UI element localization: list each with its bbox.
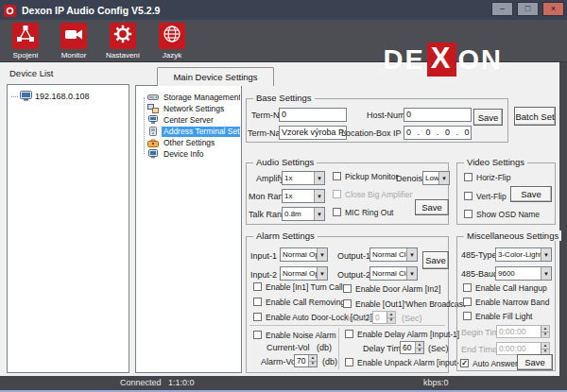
dropdown-arrow-icon[interactable]: ▼ [406, 248, 417, 261]
checkbox-box[interactable] [463, 298, 472, 306]
term-name-input[interactable]: Vzorek výroba PoE + a [279, 126, 347, 140]
amplify-select[interactable]: 1x ▼ [282, 171, 325, 185]
checkbox-box[interactable] [333, 208, 341, 216]
nav-item-center-server[interactable]: Center Server [138, 114, 240, 126]
dropdown-arrow-icon[interactable]: ▼ [438, 172, 449, 184]
dropdown-arrow-icon[interactable]: ▼ [314, 208, 324, 220]
nav-item-storage-management[interactable]: Storage Management [138, 92, 240, 103]
dropdown-arrow-icon[interactable]: ▼ [317, 267, 327, 280]
checkbox-box[interactable] [345, 358, 353, 366]
dropdown-arrow-icon[interactable]: ▼ [314, 190, 324, 202]
toolbar: Spojení Monitor Nastavení Jazyk DEXON [0, 20, 567, 62]
dropdown-arrow-icon[interactable]: ▼ [406, 267, 417, 280]
checkbox-box[interactable] [343, 284, 352, 293]
dropdown-arrow-icon[interactable]: ▼ [541, 267, 551, 280]
batch-set-button[interactable]: Batch Set [514, 107, 556, 126]
checkbox-box[interactable]: ✓ [460, 359, 469, 367]
base-save-button[interactable]: Save [473, 109, 503, 126]
input1-select[interactable]: Normal Open ▼ [280, 247, 328, 262]
show-osd-name-checkbox[interactable]: Show OSD Name [464, 210, 540, 219]
output1-label: Output-1 [337, 251, 370, 261]
enable-delay-alarm-checkbox[interactable]: Enable Delay Alarm [Input-1] [345, 330, 459, 339]
485-baud-select[interactable]: 9600 ▼ [495, 266, 552, 281]
nav-item-address-terminal-settings[interactable]: Address Terminal Settings [138, 126, 240, 137]
nav-item-network-settings[interactable]: Network Settings [138, 103, 240, 114]
mon-range-select[interactable]: 1x ▼ [282, 189, 325, 203]
logo-x-mark: X [427, 43, 456, 77]
auto-answer-checkbox[interactable]: ✓Auto Answer [460, 359, 518, 368]
checkbox-box[interactable] [345, 330, 353, 338]
dropdown-arrow-icon[interactable]: ▼ [541, 248, 551, 261]
pickup-monitor-checkbox[interactable]: Pickup Monitor [333, 172, 398, 181]
nav-item-other-settings[interactable]: Other Settings [138, 137, 240, 148]
vert-flip-checkbox[interactable]: Vert-Flip [464, 192, 507, 201]
spinner-arrows-icon[interactable]: ▲▼ [308, 355, 317, 366]
input2-select[interactable]: Normal Open ▼ [280, 266, 328, 281]
misc-settings-title: Miscellaneous Settings [464, 230, 561, 241]
toolbar-button-monitor[interactable]: Monitor [52, 23, 95, 60]
enable-in1-turn-call-checkbox[interactable]: Enable [In1] Turn Call [253, 282, 343, 292]
video-save-button[interactable]: Save [510, 186, 552, 202]
checkbox-box[interactable] [463, 283, 472, 292]
checkbox-box[interactable] [253, 331, 262, 339]
mic-ring-out-checkbox[interactable]: MIC Ring Out [333, 208, 394, 217]
term-num-input[interactable]: 0 [279, 108, 347, 122]
checkbox-box[interactable] [463, 312, 472, 320]
input2-label: Input-2 [250, 270, 277, 280]
checkbox-box[interactable] [253, 313, 262, 321]
485-baud-label: 485-Baud [461, 269, 498, 279]
dropdown-arrow-icon[interactable]: ▼ [317, 248, 327, 261]
horiz-flip-checkbox[interactable]: Horiz-Flip [464, 173, 510, 182]
enable-call-removing-checkbox[interactable]: Enable Call Removing [253, 298, 345, 307]
enable-call-hangup-checkbox[interactable]: Enable Call Hangup [463, 283, 547, 293]
app-window: Dexon IP Audio Config V5.2.9 – □ × Spoje… [0, 0, 567, 392]
audio-save-button[interactable]: Save [415, 199, 449, 215]
checkbox-box[interactable] [333, 172, 341, 180]
alarm-save-button[interactable]: Save [422, 251, 449, 269]
minimize-button[interactable]: – [491, 2, 513, 16]
enable-fill-light-checkbox[interactable]: Enable Fill Light [463, 312, 532, 321]
toolbar-button-nastaveni[interactable]: Nastavení [101, 23, 145, 60]
checkbox-box[interactable] [464, 173, 472, 181]
tab-main-device-settings[interactable]: Main Device Settings [157, 67, 274, 86]
current-vol-unit: (db) [317, 343, 332, 352]
talk-range-select[interactable]: 0.8m ▼ [282, 207, 325, 221]
denoise-select[interactable]: Low ▼ [422, 171, 450, 185]
checkbox-box[interactable] [464, 210, 472, 218]
close-button[interactable]: × [542, 2, 564, 16]
output1-select[interactable]: Normal Close ▼ [369, 247, 418, 262]
host-num-input[interactable]: 0 [404, 108, 472, 122]
device-list-item[interactable]: 192.168.0.108 [11, 91, 90, 102]
toolbar-button-spojeni[interactable]: Spojení [4, 23, 47, 60]
dropdown-arrow-icon[interactable]: ▼ [314, 172, 324, 184]
enable-narrow-band-checkbox[interactable]: Enable Narrow Band [463, 298, 549, 307]
maximize-button[interactable]: □ [517, 2, 539, 16]
misc-save-button[interactable]: Save [517, 354, 553, 370]
terminal-icon [147, 127, 160, 136]
485-type-select[interactable]: 3-Color-Light ▼ [495, 247, 552, 262]
video-camera-icon [64, 25, 83, 47]
host-num-label: Host-Num [367, 111, 405, 120]
enable-out1-when-broadcast-checkbox[interactable]: Enable [Out1]'When Broadcast [343, 299, 465, 309]
enable-noise-alarm-checkbox[interactable]: Enable Noise Alarm [253, 331, 336, 340]
globe-icon [163, 25, 181, 47]
alarm-vol-spinner[interactable]: 70 ▲▼ [294, 354, 318, 367]
status-bar: Connected 1:1:0:0 kbps:0 [0, 376, 567, 390]
window-title: Dexon IP Audio Config V5.2.9 [22, 5, 160, 16]
checkbox-box[interactable] [253, 298, 262, 306]
alarm-vol-unit: (db) [322, 357, 337, 366]
current-vol-label: Current-Vol [266, 343, 310, 352]
enable-unpack-alarm-checkbox[interactable]: Enable Unpack Alarm [input-1] [345, 358, 466, 367]
gear-icon [113, 25, 132, 47]
delay-time-spinner[interactable]: 60 ▲▼ [400, 341, 424, 354]
enable-door-alarm-checkbox[interactable]: Enable Door Alarm [In2] [343, 284, 440, 294]
spinner-arrows-icon[interactable]: ▲▼ [415, 342, 423, 353]
window-frame-right [559, 62, 567, 376]
nav-item-device-info[interactable]: Device Info [138, 148, 240, 160]
location-box-ip-input[interactable]: 0 . 0 . 0 . 0 [404, 126, 472, 140]
checkbox-box[interactable] [253, 282, 262, 291]
checkbox-box[interactable] [343, 299, 352, 308]
output2-select[interactable]: Normal Close ▼ [369, 266, 418, 281]
toolbar-button-jazyk[interactable]: Jazyk [150, 23, 194, 60]
checkbox-box[interactable] [464, 192, 472, 200]
